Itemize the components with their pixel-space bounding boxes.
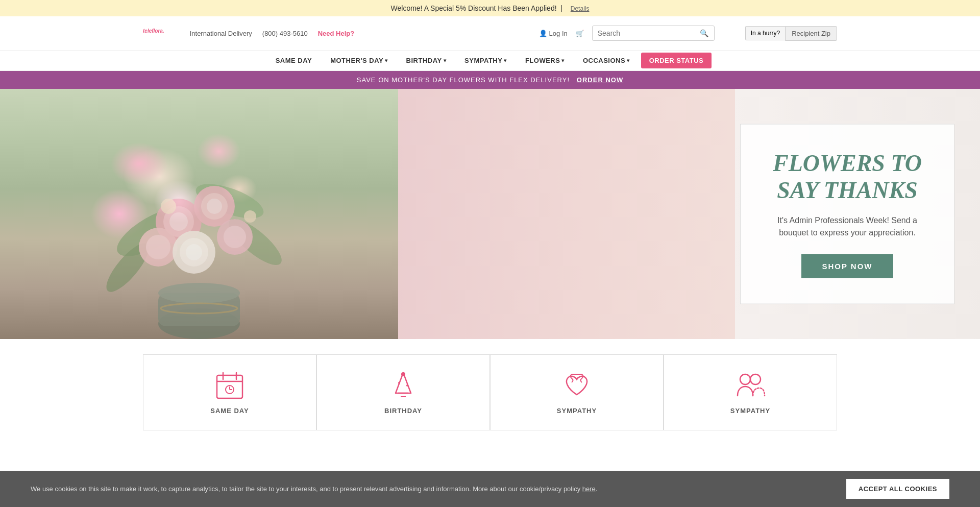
promo-text: SAVE ON MOTHER'S DAY FLOWERS WITH FLEX D… [357,76,570,84]
heart-ribbon-icon [561,370,592,401]
international-delivery-link[interactable]: International Delivery [190,30,252,37]
login-button[interactable]: 👤 Log In [539,30,568,37]
calendar-icon [214,370,245,401]
party-icon [388,370,419,401]
svg-point-38 [750,374,761,384]
promo-banner: SAVE ON MOTHER'S DAY FLOWERS WITH FLEX D… [0,71,980,89]
category-label-same-day: SAME DAY [210,407,249,415]
svg-point-13 [224,226,246,248]
header: teleflora. International Delivery (800) … [0,16,980,51]
nav-flowers[interactable]: FLOWERS [518,51,572,70]
logo[interactable]: teleflora. [143,22,164,44]
category-card-occasions[interactable]: SYMPATHY [664,354,837,430]
main-nav: SAME DAY MOTHER'S DAY BIRTHDAY SYMPATHY … [0,51,980,71]
shop-now-button[interactable]: SHOP NOW [801,254,893,278]
svg-point-11 [146,235,170,259]
svg-point-37 [740,374,750,384]
category-label-sympathy: SYMPATHY [557,407,597,415]
announcement-bar: Welcome! A Special 5% Discount Has Been … [0,0,980,16]
recipient-zip-button[interactable]: Recipient Zip [785,26,837,41]
search-icon: 🔍 [700,29,708,37]
hero-section: FLOWERS TO SAY THANKS It's Admin Profess… [0,89,980,339]
nav-occasions[interactable]: OCCASIONS [576,51,637,70]
svg-point-17 [161,199,176,214]
hero-title: FLOWERS TO SAY THANKS [771,150,923,204]
category-label-occasions: SYMPATHY [730,407,770,415]
header-links: International Delivery (800) 493-5610 Ne… [190,30,524,37]
phone-link[interactable]: (800) 493-5610 [262,30,308,37]
hurry-section: In a hurry? Recipient Zip [745,26,837,41]
nav-same-day[interactable]: SAME DAY [268,51,319,70]
announcement-link[interactable]: Details [571,5,590,12]
promo-cta[interactable]: ORDER NOW [577,76,623,84]
category-label-birthday: BIRTHDAY [384,407,422,415]
search-input[interactable] [598,29,700,37]
cart-button[interactable]: 🛒 [576,30,584,37]
svg-point-21 [158,283,240,303]
svg-point-18 [244,210,256,223]
in-a-hurry-label: In a hurry? [745,26,785,40]
svg-point-16 [186,244,202,260]
category-section: SAME DAY BIRTHDAY SYMPATHY SYMPAT [0,339,980,430]
category-card-birthday[interactable]: BIRTHDAY [316,354,490,430]
nav-sympathy[interactable]: SYMPATHY [457,51,514,70]
category-card-sympathy[interactable]: SYMPATHY [490,354,664,430]
hero-overlay: FLOWERS TO SAY THANKS It's Admin Profess… [740,124,954,304]
search-button[interactable]: 🔍 [700,29,708,37]
svg-point-31 [401,372,405,376]
category-card-same-day[interactable]: SAME DAY [143,354,316,430]
announcement-text: Welcome! A Special 5% Discount Has Been … [391,4,557,12]
svg-point-6 [169,212,188,231]
cart-icon: 🛒 [576,30,584,37]
svg-point-34 [398,382,400,384]
search-box: 🔍 [592,26,715,41]
hero-image [0,89,398,339]
need-help-link[interactable]: Need Help? [318,30,355,37]
order-status-button[interactable]: ORDER STATUS [641,53,712,68]
svg-point-9 [207,199,222,214]
nav-mothers-day[interactable]: MOTHER'S DAY [323,51,395,70]
people-icon [735,370,766,401]
header-actions: 👤 Log In 🛒 🔍 [539,26,715,41]
hero-subtitle: It's Admin Professionals Week! Send a bo… [771,214,923,238]
svg-point-35 [406,384,408,387]
nav-birthday[interactable]: BIRTHDAY [399,51,453,70]
user-icon: 👤 [539,30,547,37]
